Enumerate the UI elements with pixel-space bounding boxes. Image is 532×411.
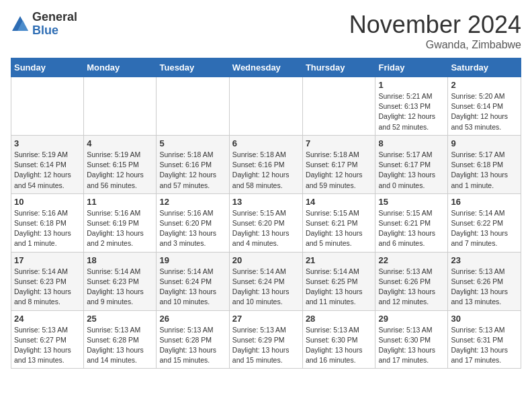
day-info: Sunrise: 5:18 AMSunset: 6:16 PMDaylight:…	[159, 150, 226, 191]
day-number: 22	[378, 255, 445, 265]
calendar-cell	[229, 77, 302, 136]
day-info: Sunrise: 5:14 AMSunset: 6:24 PMDaylight:…	[232, 267, 300, 308]
col-header-thursday: Thursday	[302, 58, 375, 77]
calendar-cell: 8Sunrise: 5:17 AMSunset: 6:17 PMDaylight…	[375, 135, 448, 193]
day-number: 21	[306, 255, 373, 265]
logo-icon	[11, 15, 30, 34]
week-row-4: 24Sunrise: 5:13 AMSunset: 6:27 PMDayligh…	[11, 310, 521, 369]
day-number: 6	[232, 138, 300, 148]
day-number: 14	[306, 197, 373, 207]
day-number: 3	[14, 138, 81, 148]
week-row-1: 3Sunrise: 5:19 AMSunset: 6:14 PMDaylight…	[11, 135, 521, 193]
day-info: Sunrise: 5:14 AMSunset: 6:23 PMDaylight:…	[87, 267, 153, 308]
logo-general: General	[32, 11, 77, 24]
day-info: Sunrise: 5:14 AMSunset: 6:23 PMDaylight:…	[14, 267, 81, 308]
calendar-cell: 2Sunrise: 5:20 AMSunset: 6:14 PMDaylight…	[448, 77, 521, 136]
calendar-cell	[157, 77, 229, 136]
logo-text: General Blue	[32, 11, 77, 38]
calendar-cell: 7Sunrise: 5:18 AMSunset: 6:17 PMDaylight…	[302, 135, 375, 193]
col-header-saturday: Saturday	[448, 58, 521, 77]
day-number: 27	[232, 314, 300, 324]
calendar-cell	[302, 77, 375, 136]
calendar-cell: 30Sunrise: 5:13 AMSunset: 6:31 PMDayligh…	[448, 310, 521, 369]
day-info: Sunrise: 5:14 AMSunset: 6:22 PMDaylight:…	[451, 208, 518, 249]
day-number: 26	[159, 314, 226, 324]
day-number: 2	[451, 80, 518, 90]
week-row-0: 1Sunrise: 5:21 AMSunset: 6:13 PMDaylight…	[11, 77, 521, 136]
day-number: 23	[451, 255, 518, 265]
day-info: Sunrise: 5:13 AMSunset: 6:27 PMDaylight:…	[14, 325, 81, 366]
day-number: 19	[159, 255, 226, 265]
day-info: Sunrise: 5:16 AMSunset: 6:18 PMDaylight:…	[14, 208, 81, 249]
calendar-body: 1Sunrise: 5:21 AMSunset: 6:13 PMDaylight…	[11, 77, 521, 369]
location: Gwanda, Zimbabwe	[349, 39, 521, 51]
calendar-cell: 19Sunrise: 5:14 AMSunset: 6:24 PMDayligh…	[157, 252, 229, 310]
day-number: 7	[306, 138, 373, 148]
day-number: 11	[87, 197, 153, 207]
calendar-cell: 26Sunrise: 5:13 AMSunset: 6:28 PMDayligh…	[157, 310, 229, 369]
calendar-cell: 5Sunrise: 5:18 AMSunset: 6:16 PMDaylight…	[157, 135, 229, 193]
day-info: Sunrise: 5:18 AMSunset: 6:17 PMDaylight:…	[306, 150, 373, 191]
page-header: General Blue November 2024 Gwanda, Zimba…	[11, 11, 521, 51]
day-info: Sunrise: 5:13 AMSunset: 6:30 PMDaylight:…	[378, 325, 445, 366]
calendar-cell: 22Sunrise: 5:13 AMSunset: 6:26 PMDayligh…	[375, 252, 448, 310]
calendar-table: SundayMondayTuesdayWednesdayThursdayFrid…	[11, 58, 521, 369]
calendar-cell	[84, 77, 157, 136]
col-header-friday: Friday	[375, 58, 448, 77]
logo-blue: Blue	[32, 24, 77, 38]
day-info: Sunrise: 5:19 AMSunset: 6:14 PMDaylight:…	[14, 150, 81, 191]
col-header-wednesday: Wednesday	[229, 58, 302, 77]
day-number: 18	[87, 255, 153, 265]
calendar-cell: 20Sunrise: 5:14 AMSunset: 6:24 PMDayligh…	[229, 252, 302, 310]
day-number: 16	[451, 197, 518, 207]
day-number: 25	[87, 314, 153, 324]
day-number: 13	[232, 197, 300, 207]
day-info: Sunrise: 5:13 AMSunset: 6:28 PMDaylight:…	[87, 325, 153, 366]
col-header-tuesday: Tuesday	[157, 58, 229, 77]
calendar-cell: 18Sunrise: 5:14 AMSunset: 6:23 PMDayligh…	[84, 252, 157, 310]
day-number: 1	[378, 80, 445, 90]
day-number: 10	[14, 197, 81, 207]
calendar-cell: 10Sunrise: 5:16 AMSunset: 6:18 PMDayligh…	[11, 193, 84, 252]
calendar-cell: 15Sunrise: 5:15 AMSunset: 6:21 PMDayligh…	[375, 193, 448, 252]
day-number: 8	[378, 138, 445, 148]
day-info: Sunrise: 5:13 AMSunset: 6:30 PMDaylight:…	[306, 325, 373, 366]
calendar-cell: 25Sunrise: 5:13 AMSunset: 6:28 PMDayligh…	[84, 310, 157, 369]
day-info: Sunrise: 5:16 AMSunset: 6:20 PMDaylight:…	[159, 208, 226, 249]
title-block: November 2024 Gwanda, Zimbabwe	[349, 11, 521, 51]
day-number: 30	[451, 314, 518, 324]
calendar-header: SundayMondayTuesdayWednesdayThursdayFrid…	[11, 58, 521, 77]
header-row: SundayMondayTuesdayWednesdayThursdayFrid…	[11, 58, 521, 77]
calendar-cell: 9Sunrise: 5:17 AMSunset: 6:18 PMDaylight…	[448, 135, 521, 193]
calendar-cell: 12Sunrise: 5:16 AMSunset: 6:20 PMDayligh…	[157, 193, 229, 252]
calendar-cell: 6Sunrise: 5:18 AMSunset: 6:16 PMDaylight…	[229, 135, 302, 193]
day-info: Sunrise: 5:14 AMSunset: 6:25 PMDaylight:…	[306, 267, 373, 308]
day-number: 28	[306, 314, 373, 324]
day-info: Sunrise: 5:13 AMSunset: 6:31 PMDaylight:…	[451, 325, 518, 366]
calendar-cell: 29Sunrise: 5:13 AMSunset: 6:30 PMDayligh…	[375, 310, 448, 369]
calendar-cell: 11Sunrise: 5:16 AMSunset: 6:19 PMDayligh…	[84, 193, 157, 252]
calendar-cell: 3Sunrise: 5:19 AMSunset: 6:14 PMDaylight…	[11, 135, 84, 193]
day-number: 24	[14, 314, 81, 324]
calendar-cell: 13Sunrise: 5:15 AMSunset: 6:20 PMDayligh…	[229, 193, 302, 252]
week-row-3: 17Sunrise: 5:14 AMSunset: 6:23 PMDayligh…	[11, 252, 521, 310]
day-info: Sunrise: 5:19 AMSunset: 6:15 PMDaylight:…	[87, 150, 153, 191]
calendar-cell: 28Sunrise: 5:13 AMSunset: 6:30 PMDayligh…	[302, 310, 375, 369]
col-header-sunday: Sunday	[11, 58, 84, 77]
calendar-cell: 27Sunrise: 5:13 AMSunset: 6:29 PMDayligh…	[229, 310, 302, 369]
day-info: Sunrise: 5:13 AMSunset: 6:29 PMDaylight:…	[232, 325, 300, 366]
calendar-cell	[11, 77, 84, 136]
day-info: Sunrise: 5:15 AMSunset: 6:21 PMDaylight:…	[306, 208, 373, 249]
col-header-monday: Monday	[84, 58, 157, 77]
day-number: 12	[159, 197, 226, 207]
day-number: 5	[159, 138, 226, 148]
calendar-cell: 14Sunrise: 5:15 AMSunset: 6:21 PMDayligh…	[302, 193, 375, 252]
day-number: 17	[14, 255, 81, 265]
calendar-cell: 23Sunrise: 5:13 AMSunset: 6:26 PMDayligh…	[448, 252, 521, 310]
day-info: Sunrise: 5:15 AMSunset: 6:21 PMDaylight:…	[378, 208, 445, 249]
day-info: Sunrise: 5:17 AMSunset: 6:18 PMDaylight:…	[451, 150, 518, 191]
day-info: Sunrise: 5:20 AMSunset: 6:14 PMDaylight:…	[451, 91, 518, 132]
day-info: Sunrise: 5:13 AMSunset: 6:26 PMDaylight:…	[451, 267, 518, 308]
month-title: November 2024	[349, 11, 521, 39]
day-info: Sunrise: 5:14 AMSunset: 6:24 PMDaylight:…	[159, 267, 226, 308]
